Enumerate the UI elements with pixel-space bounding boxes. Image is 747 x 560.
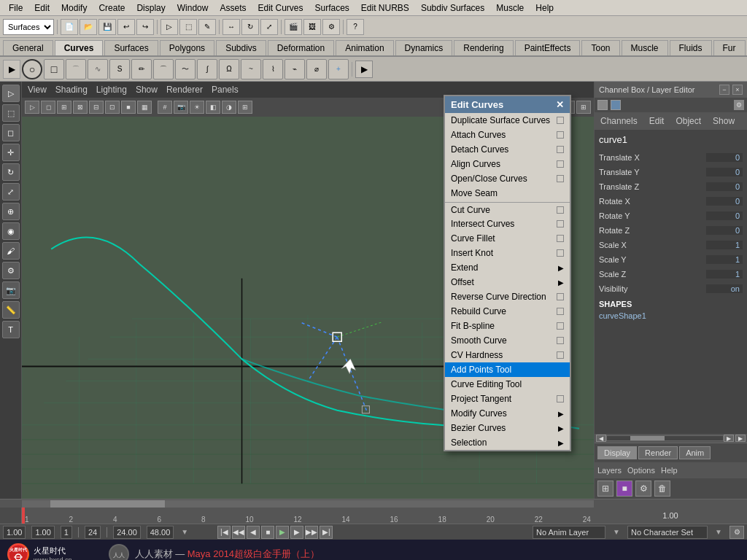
tab-muscle[interactable]: Muscle	[622, 40, 668, 55]
translate-z-value[interactable]: 0	[706, 182, 743, 191]
color-swatch-1[interactable]	[597, 100, 608, 110]
menu-box-19[interactable]	[557, 395, 564, 402]
prev-frame-btn[interactable]: ◀	[247, 526, 260, 539]
save-scene-button[interactable]: 💾	[98, 19, 116, 35]
visibility-label[interactable]: Visibility	[599, 284, 628, 293]
shelf-ep-curve[interactable]: ∿	[88, 59, 108, 79]
options-subtab[interactable]: Options	[627, 466, 655, 475]
redo-button[interactable]: ↪	[136, 19, 154, 35]
tab-general[interactable]: General	[3, 40, 53, 55]
dropdown-close-icon[interactable]: ✕	[556, 99, 564, 110]
tab-deformation[interactable]: Deformation	[268, 40, 334, 55]
vp-view-menu[interactable]: View	[28, 85, 47, 95]
channel-settings-btn[interactable]: ⚙	[734, 100, 744, 110]
translate-z-label[interactable]: Translate Z	[599, 182, 639, 191]
play-btn[interactable]: ▶	[276, 526, 289, 539]
shelf-point-tool[interactable]: +	[328, 59, 349, 79]
menu-box-6[interactable]	[557, 206, 564, 214]
menu-item-18[interactable]: Curve Editing Tool	[445, 377, 570, 392]
menu-surfaces[interactable]: Surfaces	[309, 1, 355, 15]
shelf-curve5[interactable]: ⌇	[263, 59, 283, 79]
object-name[interactable]: curve1	[599, 134, 743, 145]
vp-lighting-menu[interactable]: Lighting	[96, 85, 127, 95]
timeline-hscroll[interactable]	[0, 499, 747, 508]
tab-toon[interactable]: Toon	[581, 40, 619, 55]
menu-item-22[interactable]: Selection▶	[445, 435, 570, 450]
move-left[interactable]: ✛	[2, 144, 20, 161]
scale-x-label[interactable]: Scale X	[599, 241, 627, 249]
char-set-field[interactable]: No Character Set	[627, 526, 708, 539]
shelf-pencil[interactable]: ✏	[131, 59, 152, 79]
menu-box-1[interactable]	[557, 131, 564, 139]
help-subtab[interactable]: Help	[661, 466, 678, 475]
menu-box-16[interactable]	[557, 351, 564, 359]
menu-box-14[interactable]	[557, 322, 564, 330]
menu-item-1[interactable]: Attach Curves	[445, 128, 570, 142]
vp-solid-btn[interactable]: ■	[121, 101, 136, 114]
tab-polygons[interactable]: Polygons	[160, 40, 214, 55]
rotate-z-label[interactable]: Rotate Z	[599, 226, 630, 235]
scroll-right2-btn[interactable]: ▶	[735, 435, 746, 442]
rotate-y-label[interactable]: Rotate Y	[599, 211, 630, 220]
menu-edit[interactable]: Edit	[28, 1, 55, 15]
vp-light-btn[interactable]: ☀	[190, 101, 204, 114]
menu-editnurbs[interactable]: Edit NURBS	[355, 1, 415, 15]
camera-left[interactable]: 📷	[2, 281, 20, 299]
shelf-curve3[interactable]: ∫	[197, 59, 217, 79]
help-button[interactable]: ?	[347, 19, 364, 35]
stop-btn[interactable]: ■	[261, 526, 274, 539]
menu-item-0[interactable]: Duplicate Surface Curves	[445, 113, 570, 128]
menu-item-14[interactable]: Fit B-spline	[445, 319, 570, 333]
menu-box-9[interactable]	[557, 249, 564, 257]
anim-layer-field[interactable]: No Anim Layer	[533, 526, 605, 539]
menu-item-8[interactable]: Curve Fillet	[445, 231, 570, 246]
shelf-curve4[interactable]: ~	[241, 59, 261, 79]
current-frame-indicator[interactable]	[22, 508, 25, 524]
sculpt-left[interactable]: 🖌	[2, 242, 20, 260]
menu-muscle[interactable]: Muscle	[490, 1, 530, 15]
channels-tab[interactable]: Channels	[597, 114, 640, 128]
tab-fur[interactable]: Fur	[713, 40, 746, 55]
rendersettings-button[interactable]: ⚙	[322, 19, 340, 35]
vp-wire-btn[interactable]: ⊡	[105, 101, 120, 114]
timeline-bar[interactable]: 1 2 4 6 8 10 12 14 16 18 20 22 24	[22, 508, 594, 524]
shelf-helix[interactable]: Ω	[219, 59, 239, 79]
scroll-right-btn[interactable]: ▶	[724, 435, 734, 442]
hscroll-bar[interactable]	[22, 500, 594, 508]
menu-display[interactable]: Display	[131, 1, 171, 15]
lasso-tool-button[interactable]: ⬚	[179, 19, 197, 35]
menu-item-6[interactable]: Cut Curve	[445, 202, 570, 217]
menu-box-4[interactable]	[557, 175, 564, 182]
vp-fb-btn[interactable]: ⊞	[57, 101, 71, 114]
rotate-x-value[interactable]: 0	[706, 197, 743, 206]
rotate-button[interactable]: ↻	[241, 19, 259, 35]
menu-box-2[interactable]	[557, 146, 564, 153]
tab-animation[interactable]: Animation	[336, 40, 393, 55]
menu-item-10[interactable]: Extend▶	[445, 260, 570, 275]
menu-assets[interactable]: Assets	[214, 1, 252, 15]
undo-button[interactable]: ↩	[117, 19, 135, 35]
select-tool-button[interactable]: ▷	[160, 19, 178, 35]
goto-start-btn[interactable]: |◀	[217, 526, 231, 539]
menu-item-20[interactable]: Modify Curves▶	[445, 406, 570, 421]
menu-box-12[interactable]	[557, 293, 564, 300]
shelf-curve6[interactable]: ⌁	[285, 59, 305, 79]
layers-subtab[interactable]: Layers	[597, 466, 622, 475]
menu-modify[interactable]: Modify	[55, 1, 93, 15]
vp-hud-btn[interactable]: ⊞	[238, 101, 252, 114]
status-time2[interactable]: 48.00	[147, 526, 174, 539]
translate-y-label[interactable]: Translate Y	[599, 168, 640, 176]
soft-mod-left[interactable]: ◉	[2, 222, 20, 240]
menu-box-3[interactable]	[557, 160, 564, 168]
vp-panels-menu[interactable]: Panels	[212, 85, 239, 95]
lasso-left[interactable]: ◻	[2, 124, 20, 141]
scroll-thumb[interactable]	[630, 436, 665, 440]
menu-item-19[interactable]: Project Tangent	[445, 392, 570, 406]
rotate-z-value[interactable]: 0	[706, 226, 743, 235]
menu-item-12[interactable]: Reverse Curve Direction	[445, 289, 570, 304]
shelf-bezier[interactable]: S	[109, 59, 130, 79]
shelf-arc[interactable]: ⌒	[153, 59, 174, 79]
menu-box-8[interactable]	[557, 235, 564, 242]
shelf-arrow-right[interactable]: ▶	[355, 61, 373, 78]
menu-box-7[interactable]	[557, 220, 564, 228]
